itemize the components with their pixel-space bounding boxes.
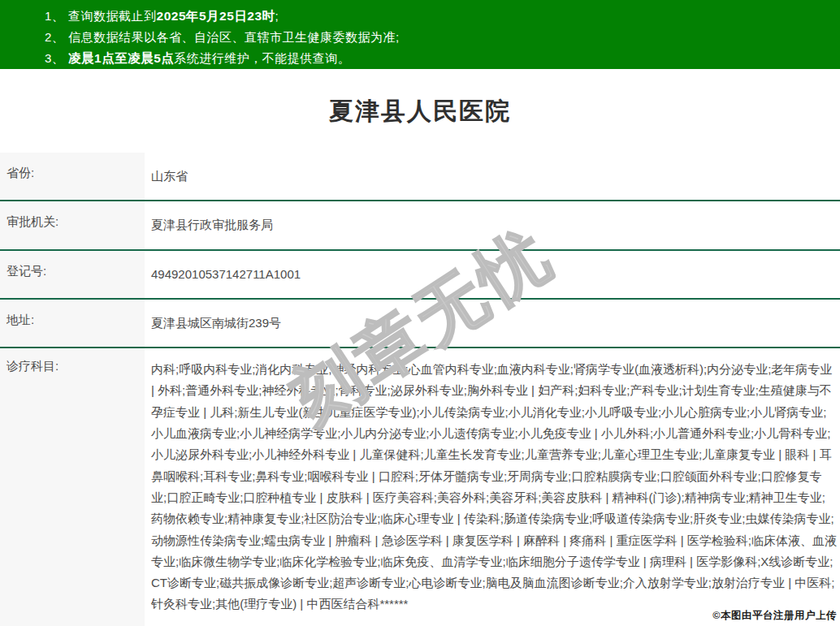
row-value: 山东省 [145, 153, 840, 200]
notice-text: 2、 信息数据结果以各省、自治区、直辖市卫生健康委数据为准; [45, 30, 400, 44]
table-row-registration-number: 登记号: 49492010537142711A1001 [0, 251, 840, 300]
row-label: 地址: [0, 300, 145, 347]
notice-text: 系统进行维护，不能提供查询。 [174, 51, 350, 65]
notice-line-3: 3、 凌晨1点至凌晨5点系统进行维护，不能提供查询。 [45, 48, 824, 69]
table-row-approval-authority: 审批机关: 夏津县行政审批服务局 [0, 201, 840, 250]
row-label: 登记号: [0, 251, 145, 298]
row-label: 省份: [0, 153, 145, 200]
notice-line-1: 1、 查询数据截止到2025年5月25日23时; [45, 6, 824, 27]
detail-table: 省份: 山东省 审批机关: 夏津县行政审批服务局 登记号: 4949201053… [0, 153, 840, 626]
upload-credit-text: ©本图由平台注册用户上传 [712, 609, 837, 623]
notice-banner: 1、 查询数据截止到2025年5月25日23时; 2、 信息数据结果以各省、自治… [0, 0, 840, 69]
row-label: 审批机关: [0, 201, 145, 248]
row-value: 49492010537142711A1001 [145, 251, 840, 298]
row-value: 夏津县城区南城街239号 [145, 300, 840, 347]
license-query-result-page: 1、 查询数据截止到2025年5月25日23时; 2、 信息数据结果以各省、自治… [0, 0, 840, 626]
table-row-province: 省份: 山东省 [0, 153, 840, 201]
notice-text: 3、 [45, 51, 68, 65]
table-row-medical-subjects: 诊疗科目: 内科;呼吸内科专业;消化内科专业;神经内科专业;心血管内科专业;血液… [0, 348, 840, 626]
notice-bold-text: 2025年5月25日23时 [157, 9, 275, 23]
notice-text: 1、 查询数据截止到 [45, 9, 157, 23]
notice-line-2: 2、 信息数据结果以各省、自治区、直辖市卫生健康委数据为准; [45, 27, 824, 48]
row-value: 内科;呼吸内科专业;消化内科专业;神经内科专业;心血管内科专业;血液内科专业;肾… [145, 348, 840, 626]
row-value: 夏津县行政审批服务局 [145, 201, 840, 248]
notice-text: ; [275, 9, 279, 23]
notice-bold-text: 凌晨1点至凌晨5点 [68, 51, 174, 65]
row-label: 诊疗科目: [0, 348, 145, 626]
hospital-name-title: 夏津县人民医院 [0, 95, 840, 128]
table-row-address: 地址: 夏津县城区南城街239号 [0, 300, 840, 348]
